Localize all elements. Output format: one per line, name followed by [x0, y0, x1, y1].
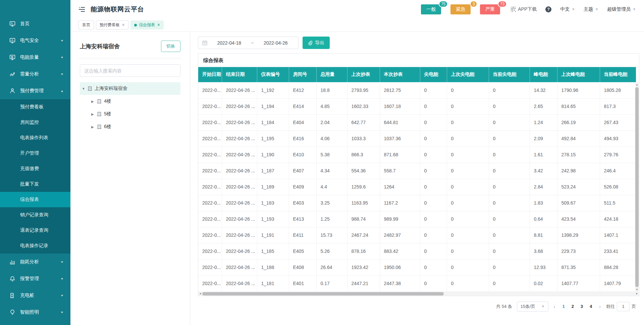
sidebar-item-smart-lighting[interactable]: 智能照明 ▼: [0, 304, 70, 321]
horizontal-scrollbar[interactable]: ◄ ►: [198, 292, 639, 296]
page-number[interactable]: 2: [570, 304, 576, 309]
tree-node-floor[interactable]: ▶4楼: [80, 95, 180, 108]
table-cell: 3.42: [530, 163, 557, 179]
table-cell: 0: [420, 275, 447, 291]
tab-prepaid-dashboard[interactable]: 预付费看板 ✕: [96, 20, 128, 30]
table-cell: E404: [289, 114, 316, 130]
table-cell: 4.85: [316, 98, 347, 114]
sidebar-item-home[interactable]: 首页: [0, 15, 70, 32]
scroll-down-icon[interactable]: ▼: [635, 288, 639, 292]
table-row[interactable]: 2022-0...2022-04-26 ...1_194E4144.851602…: [198, 98, 636, 114]
table-cell: 1805.28: [600, 82, 636, 98]
table-cell: 2447.38: [380, 275, 420, 291]
bell-icon: [9, 276, 15, 282]
caret-down-icon[interactable]: ▼: [82, 87, 85, 91]
sidebar-subitem[interactable]: 预付费看板: [0, 99, 70, 115]
sidebar-item-label: 智能照明: [20, 309, 60, 315]
prev-page-icon[interactable]: ‹: [553, 304, 556, 309]
scroll-left-icon[interactable]: ◄: [198, 292, 202, 296]
table-cell: 12.93: [530, 259, 557, 275]
table-cell: 2022-04-26 ...: [222, 98, 257, 114]
sidebar-subitem[interactable]: 批量下发: [0, 176, 70, 192]
export-button[interactable]: 导出: [303, 37, 330, 49]
close-icon[interactable]: ✕: [122, 23, 125, 27]
menu-collapse-icon[interactable]: [78, 7, 85, 12]
sidebar-subitem[interactable]: 综合报表: [0, 192, 70, 207]
sidebar-item-power-quality[interactable]: 电能质量 ▼: [0, 49, 70, 66]
sidebar-subitem[interactable]: 充值缴费: [0, 161, 70, 176]
table-row[interactable]: 2022-0...2022-04-26 ...1_195E4164.061033…: [198, 130, 636, 147]
switch-building-button[interactable]: 切换: [161, 41, 180, 52]
user-menu[interactable]: 超级管理员 ▼: [607, 6, 636, 12]
table-row[interactable]: 2022-0...2022-04-26 ...1_184E4042.04642.…: [198, 114, 636, 130]
sidebar-subitem[interactable]: 开户管理: [0, 146, 70, 161]
table-cell: 4.34: [316, 163, 347, 179]
alarm-badge[interactable]: 一般75: [421, 4, 441, 14]
help-icon[interactable]: ?: [545, 6, 551, 12]
table-cell: 644.81: [380, 114, 420, 130]
table-cell: 2.65: [530, 98, 557, 114]
page-size-select[interactable]: 15条/页 ▼: [517, 302, 548, 312]
vertical-scroll-thumb[interactable]: [635, 87, 639, 287]
next-page-icon[interactable]: ›: [598, 304, 601, 309]
alarm-badge[interactable]: 紧急3: [450, 4, 471, 14]
table-row[interactable]: 2022-0...2022-04-26 ...1_189E4094.41259.…: [198, 179, 636, 195]
language-selector[interactable]: 中文 ▼: [560, 6, 575, 12]
tree-node-root[interactable]: ▼ 上海安科瑞宿舍: [80, 82, 180, 95]
sidebar-subitem[interactable]: 销户记录查询: [0, 207, 70, 223]
table-row[interactable]: 2022-0...2022-04-26 ...1_187E4074.34554.…: [198, 163, 636, 179]
table-cell: 0: [420, 82, 447, 98]
page-number[interactable]: 3: [579, 304, 585, 309]
table-row[interactable]: 2022-0...2022-04-26 ...1_188E40826.64192…: [198, 259, 636, 275]
goto-page-input[interactable]: [617, 302, 630, 311]
tab-comprehensive-report[interactable]: 综合报表 ✕: [130, 20, 164, 30]
table-row[interactable]: 2022-0...2022-04-26 ...1_192E41218.82793…: [198, 82, 636, 98]
scroll-up-icon[interactable]: ▲: [635, 83, 639, 87]
page-number[interactable]: 4: [588, 304, 594, 309]
date-end-value[interactable]: 2022-04-26: [257, 40, 294, 46]
sidebar-item-energy-analysis[interactable]: 能耗分析 ▼: [0, 254, 70, 270]
date-range-picker[interactable]: 2022-04-18 ~ 2022-04-26: [198, 37, 299, 49]
close-icon[interactable]: ✕: [157, 23, 160, 27]
column-header: 结束日期: [222, 67, 257, 82]
sidebar-item-alarm-management[interactable]: 报警管理 ▼: [0, 270, 70, 287]
tree-node-floor[interactable]: ▶5楼: [80, 108, 180, 120]
sidebar-item-charging-pile[interactable]: 充电桩 ▼: [0, 287, 70, 304]
sidebar-item-electrical-safety[interactable]: 电气安全 ▼: [0, 32, 70, 49]
theme-selector[interactable]: 主题 ▼: [584, 6, 598, 12]
caret-right-icon[interactable]: ▶: [91, 112, 95, 116]
vertical-scrollbar[interactable]: ▲ ▼: [635, 83, 639, 292]
sidebar-subitem[interactable]: 退表记录查询: [0, 223, 70, 238]
scroll-right-icon[interactable]: ►: [635, 292, 639, 296]
date-start-value[interactable]: 2022-04-18: [211, 40, 248, 46]
table-cell: 2022-0...: [198, 82, 222, 98]
app-download-link[interactable]: APP下载: [511, 6, 537, 12]
caret-right-icon[interactable]: ▶: [91, 100, 95, 103]
tree-node-floor[interactable]: ▶6楼: [80, 120, 180, 133]
sidebar-subitem[interactable]: 电表操作列表: [0, 130, 70, 146]
horizontal-scroll-thumb[interactable]: [202, 292, 444, 295]
page-size-value: 15条/页: [521, 304, 535, 310]
caret-right-icon[interactable]: ▶: [91, 125, 95, 129]
table-row[interactable]: 2022-0...2022-04-26 ...1_183E4033.251163…: [198, 195, 636, 211]
table-row[interactable]: 2022-0...2022-04-26 ...1_185E4055.26878.…: [198, 243, 636, 259]
sidebar-subitem[interactable]: 电表操作记录: [0, 238, 70, 254]
tab-home[interactable]: 首页: [78, 20, 94, 30]
table-row[interactable]: 2022-0...2022-04-26 ...1_193E4131.25988.…: [198, 211, 636, 227]
chevron-down-icon: ▼: [60, 39, 64, 42]
tree-search-input[interactable]: [80, 64, 180, 77]
table-cell: 1407.1: [600, 227, 636, 243]
sidebar-item-demand-analysis[interactable]: 需量分析 ▼: [0, 66, 70, 83]
table-cell: 1_195: [257, 130, 289, 147]
sidebar-subitem[interactable]: 房间监控: [0, 115, 70, 130]
table-cell: 267.43: [600, 114, 636, 130]
table-cell: 1_194: [257, 98, 289, 114]
sidebar-item-prepaid-management[interactable]: 预付费管理 ▲: [0, 83, 70, 99]
page-number[interactable]: 1: [560, 304, 566, 309]
table-cell: 1602.33: [347, 98, 380, 114]
table-cell: 1037.36: [380, 130, 420, 147]
table-row[interactable]: 2022-0...2022-04-26 ...1_190E4105.38866.…: [198, 147, 636, 163]
table-row[interactable]: 2022-0...2022-04-26 ...1_181E4010.172447…: [198, 275, 636, 291]
table-row[interactable]: 2022-0...2022-04-26 ...1_191E41115.73246…: [198, 227, 636, 243]
alarm-badge[interactable]: 严重73: [480, 4, 500, 14]
